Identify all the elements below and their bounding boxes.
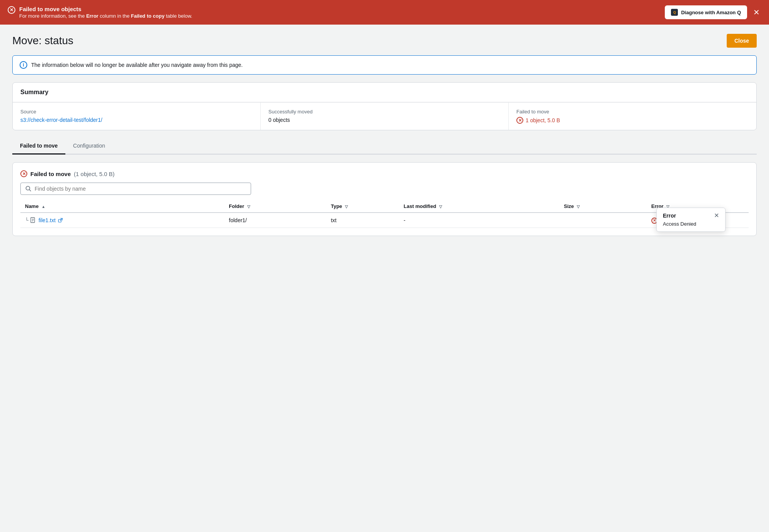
failed-section-card: ✕ Failed to move (1 object, 5.0 B) Name … <box>12 162 757 236</box>
file-icon <box>30 217 36 223</box>
info-box: i The information below will no longer b… <box>12 55 757 75</box>
source-label: Source <box>20 109 253 115</box>
cell-type: txt <box>326 213 399 228</box>
summary-moved-col: Successfully moved 0 objects <box>261 103 509 130</box>
cell-name: └ file1.txt <box>20 213 224 228</box>
tab-failed-to-move[interactable]: Failed to move <box>12 138 65 155</box>
source-link[interactable]: s3://check-error-detail-test/folder1/ <box>20 117 102 123</box>
th-type-sort: ▽ <box>345 204 348 209</box>
file-indent: └ file1.txt <box>25 217 220 223</box>
failed-section-title: ✕ Failed to move (1 object, 5.0 B) <box>20 170 749 177</box>
error-banner-right: Q Diagnose with Amazon Q ✕ <box>665 5 761 19</box>
summary-source-col: Source s3://check-error-detail-test/fold… <box>13 103 261 130</box>
error-popover-title: Error <box>663 213 676 219</box>
moved-label: Successfully moved <box>268 109 501 115</box>
cell-size <box>559 213 647 228</box>
th-name-label: Name <box>25 203 38 209</box>
diagnose-button[interactable]: Q Diagnose with Amazon Q <box>665 5 747 19</box>
tabs: Failed to move Configuration <box>12 138 757 155</box>
th-lastmod-sort: ▽ <box>439 204 442 209</box>
th-name[interactable]: Name ▲ <box>20 200 224 213</box>
cell-last-modified: - <box>399 213 559 228</box>
file-icon-wrapper: file1.txt <box>30 217 62 223</box>
search-box[interactable] <box>20 183 251 195</box>
summary-card-header: Summary <box>13 83 756 102</box>
error-popover: Error ✕ Access Denied <box>656 208 726 232</box>
th-lastmod-label: Last modified <box>404 203 436 209</box>
cell-folder: folder1/ <box>224 213 326 228</box>
file-link[interactable]: file1.txt <box>38 217 55 223</box>
th-size[interactable]: Size ▽ <box>559 200 647 213</box>
error-banner-icon: ✕ <box>8 6 15 14</box>
th-folder-sort: ▽ <box>247 204 250 209</box>
summary-card: Summary Source s3://check-error-detail-t… <box>12 82 757 130</box>
subtitle-bold1: Error <box>86 13 98 19</box>
failed-value: ✕ 1 object, 5.0 B <box>516 117 749 124</box>
amazon-q-icon: Q <box>671 9 678 16</box>
th-type[interactable]: Type ▽ <box>326 200 399 213</box>
failed-section-icon: ✕ <box>20 170 27 177</box>
th-size-sort: ▽ <box>577 204 580 209</box>
page-title: Move: status <box>12 35 73 47</box>
error-banner-text: Failed to move objects For more informat… <box>19 6 192 19</box>
failed-label: Failed to move <box>516 109 749 115</box>
failed-table: Name ▲ Folder ▽ Type ▽ Last modified ▽ <box>20 200 749 228</box>
error-banner-subtitle: For more information, see the Error colu… <box>19 13 192 19</box>
error-banner-left: ✕ Failed to move objects For more inform… <box>8 6 192 19</box>
table-row: └ file1.txt <box>20 213 749 228</box>
source-value: s3://check-error-detail-test/folder1/ <box>20 117 253 123</box>
subtitle-suffix: table below. <box>165 13 192 19</box>
th-folder-label: Folder <box>229 203 244 209</box>
error-popover-close-button[interactable]: ✕ <box>714 213 719 219</box>
th-type-label: Type <box>331 203 342 209</box>
failed-section-count: (1 object, 5.0 B) <box>74 171 115 177</box>
external-link-icon <box>58 218 63 223</box>
failed-section-label: Failed to move <box>30 171 71 177</box>
error-banner-title: Failed to move objects <box>19 6 192 12</box>
info-box-text: The information below will no longer be … <box>31 62 243 68</box>
subtitle-prefix: For more information, see the <box>19 13 86 19</box>
error-popover-body: Access Denied <box>663 221 719 227</box>
tab-configuration[interactable]: Configuration <box>65 138 113 155</box>
svg-line-1 <box>30 190 31 191</box>
failed-error-icon: ✕ <box>516 117 523 124</box>
search-icon <box>25 186 32 192</box>
error-popover-header: Error ✕ <box>663 213 719 219</box>
subtitle-bold2: Failed to copy <box>131 13 164 19</box>
main-content: Move: status Close i The information bel… <box>0 25 769 532</box>
diagnose-label: Diagnose with Amazon Q <box>681 10 741 15</box>
th-folder[interactable]: Folder ▽ <box>224 200 326 213</box>
summary-heading: Summary <box>20 89 749 96</box>
th-name-sort: ▲ <box>42 204 45 209</box>
subtitle-middle: column in the <box>98 13 131 19</box>
info-icon: i <box>20 61 27 69</box>
table-header-row: Name ▲ Folder ▽ Type ▽ Last modified ▽ <box>20 200 749 213</box>
search-input[interactable] <box>35 186 246 192</box>
summary-row: Source s3://check-error-detail-test/fold… <box>13 102 756 130</box>
page-header: Move: status Close <box>12 34 757 48</box>
moved-value: 0 objects <box>268 117 501 123</box>
failed-count: 1 object, 5.0 B <box>526 117 560 123</box>
close-button[interactable]: Close <box>727 34 757 48</box>
error-banner: ✕ Failed to move objects For more inform… <box>0 0 769 25</box>
banner-close-button[interactable]: ✕ <box>752 7 761 18</box>
th-size-label: Size <box>564 203 574 209</box>
indent-marker: └ <box>25 217 28 223</box>
th-last-modified[interactable]: Last modified ▽ <box>399 200 559 213</box>
summary-failed-col: Failed to move ✕ 1 object, 5.0 B <box>509 103 756 130</box>
